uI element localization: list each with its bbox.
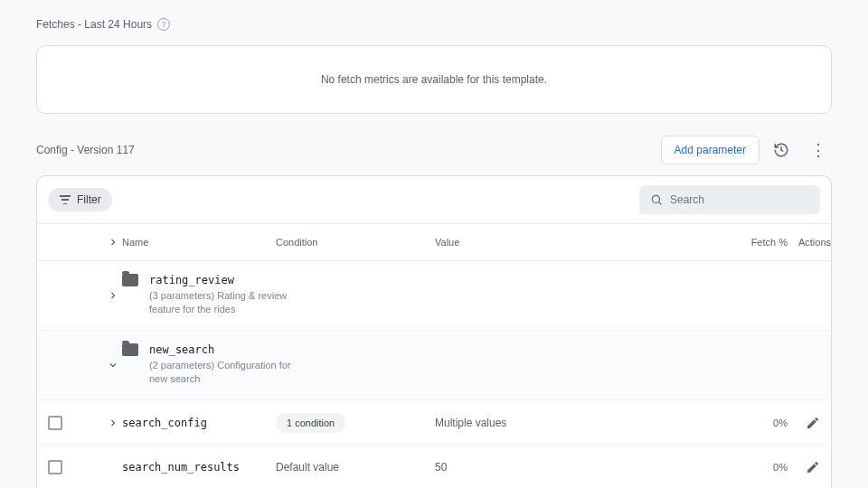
fetch-percent: 0% (733, 462, 788, 473)
param-desc: (3 parameters) Rating & review feature f… (149, 289, 303, 317)
table-row[interactable]: search_config 1 condition Multiple value… (37, 400, 831, 446)
filter-icon (59, 195, 71, 204)
col-value: Value (435, 237, 733, 248)
fetches-title: Fetches - Last 24 Hours (36, 18, 152, 31)
folder-icon (122, 274, 138, 286)
expand-toggle[interactable] (104, 414, 122, 432)
chevron-right-icon (108, 290, 118, 301)
fetches-empty-card: No fetch metrics are available for this … (36, 45, 832, 114)
chevron-right-icon (108, 418, 118, 428)
row-checkbox[interactable] (48, 416, 62, 430)
search-input[interactable] (670, 193, 809, 206)
menu-button[interactable]: ⋮ (803, 136, 832, 164)
param-name: search_config (122, 417, 276, 429)
condition-chip[interactable]: 1 condition (276, 413, 345, 433)
search-icon (650, 192, 663, 207)
param-desc: (2 parameters) Configuration for new sea… (149, 359, 303, 387)
row-checkbox[interactable] (48, 460, 62, 474)
fetches-header: Fetches - Last 24 Hours ? (36, 18, 832, 31)
param-name: new_search (149, 343, 303, 356)
folder-icon (122, 343, 138, 356)
filter-label: Filter (77, 193, 101, 206)
config-table: Filter Name Condition Value Fetch % Acti… (36, 175, 832, 488)
expand-all-toggle[interactable] (104, 233, 122, 251)
fetches-empty-text: No fetch metrics are available for this … (321, 73, 547, 86)
history-icon (773, 142, 789, 158)
expand-toggle[interactable] (104, 286, 122, 305)
param-value: Multiple values (435, 417, 733, 429)
table-header: Name Condition Value Fetch % Actions (37, 223, 831, 261)
svg-line-1 (659, 202, 662, 205)
search-box[interactable] (639, 185, 820, 214)
filter-button[interactable]: Filter (48, 188, 112, 211)
collapse-toggle[interactable] (104, 356, 122, 374)
col-actions: Actions (788, 237, 832, 248)
param-value: 50 (435, 461, 733, 474)
col-condition: Condition (276, 237, 435, 248)
chevron-right-icon (108, 237, 118, 248)
fetch-percent: 0% (733, 418, 788, 428)
col-fetch: Fetch % (733, 237, 788, 248)
row-menu[interactable]: ⋮ (827, 356, 832, 373)
edit-icon[interactable] (806, 416, 820, 430)
table-row[interactable]: search_num_results Default value 50 0% ⋮ (37, 446, 831, 488)
col-name: Name (122, 237, 276, 248)
config-header: Config - Version 117 Add parameter ⋮ (36, 136, 832, 164)
table-row[interactable]: new_search (2 parameters) Configuration … (37, 331, 831, 400)
svg-point-0 (652, 195, 659, 202)
condition-text: Default value (276, 461, 435, 474)
row-menu[interactable]: ⋮ (827, 414, 832, 431)
param-name: search_num_results (122, 461, 276, 474)
param-name: rating_review (149, 274, 303, 286)
row-menu[interactable]: ⋮ (827, 459, 832, 476)
chevron-down-icon (108, 360, 118, 371)
row-menu[interactable]: ⋮ (827, 286, 832, 304)
add-parameter-button[interactable]: Add parameter (661, 136, 760, 164)
table-row[interactable]: rating_review (3 parameters) Rating & re… (37, 261, 831, 331)
config-title: Config - Version 117 (36, 144, 135, 156)
history-button[interactable] (767, 136, 796, 164)
edit-icon[interactable] (806, 460, 820, 474)
more-vert-icon: ⋮ (810, 142, 826, 158)
help-icon[interactable]: ? (157, 18, 170, 31)
